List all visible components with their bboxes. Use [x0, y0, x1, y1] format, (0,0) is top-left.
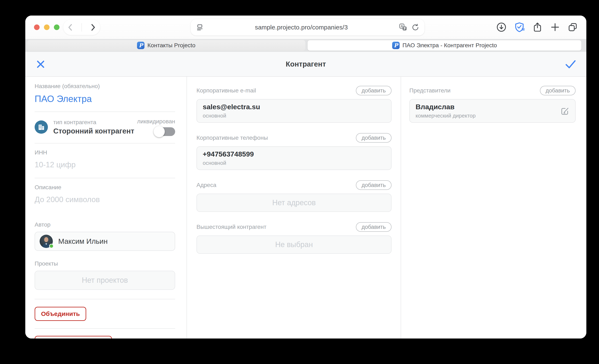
description-section: Описание До 2000 символов [35, 178, 175, 213]
contacts-panel: Корпоративные e-mail добавить sales@elec… [187, 77, 401, 338]
type-value[interactable]: Сторонний контрагент [53, 127, 137, 135]
add-address-button[interactable]: добавить [356, 180, 392, 190]
new-tab-icon[interactable] [550, 22, 560, 32]
confirm-icon[interactable] [565, 59, 576, 69]
phone-kind: основной [203, 160, 385, 166]
sidebar-icon[interactable] [196, 23, 204, 32]
projects-label: Проекты [35, 260, 175, 267]
export-icon[interactable] [164, 337, 175, 338]
left-panel: Название (обязательно) ПАО Электра [25, 77, 186, 338]
author-card[interactable]: Максим Ильин [35, 232, 175, 251]
company-name-field[interactable]: ПАО Электра [35, 94, 175, 104]
toggle-knob [154, 126, 165, 137]
addresses-empty[interactable]: Нет адресов [196, 194, 392, 212]
tab-bar: P Контакты Projecto P ПАО Электра - Конт… [25, 39, 586, 52]
nav-divider [81, 23, 82, 32]
description-label: Описание [35, 184, 175, 191]
representative-item[interactable]: Владислав коммерческий директор [409, 99, 576, 123]
projects-field[interactable]: Нет проектов [35, 271, 175, 290]
browser-window: sample.projecto.pro/companies/3 A M [25, 16, 586, 338]
privacy-shield-icon[interactable]: M [514, 22, 525, 33]
phones-section: Корпоративные телефоны добавить +9475637… [196, 133, 392, 170]
inn-label: ИНН [35, 149, 175, 156]
addresses-section: Адреса добавить Нет адресов [196, 180, 392, 212]
counterparty-form: Название (обязательно) ПАО Электра [25, 77, 586, 338]
add-email-button[interactable]: добавить [356, 86, 392, 95]
forward-icon[interactable] [89, 23, 97, 32]
email-item[interactable]: sales@electra.su основной [196, 99, 392, 123]
liquidated-label: ликвидирован [137, 118, 175, 125]
representatives-section: Представители добавить Владислав коммерч… [409, 86, 576, 123]
tab-contacts[interactable]: P Контакты Projecto [27, 40, 305, 51]
add-phone-button[interactable]: добавить [356, 133, 392, 143]
merge-section: Объединить [35, 299, 175, 328]
add-representative-button[interactable]: добавить [540, 86, 576, 95]
addresses-label: Адреса [196, 182, 216, 188]
tab-label: Контакты Projecto [147, 42, 195, 49]
tab-overview-icon[interactable] [567, 22, 578, 33]
name-label: Название (обязательно) [35, 83, 175, 89]
phone-value: +947563748599 [203, 150, 385, 158]
url-text[interactable]: sample.projecto.pro/companies/3 [204, 24, 399, 31]
company-type-icon [35, 120, 48, 134]
delete-section: Удалить контрагента ID: 3 [35, 328, 175, 338]
author-label: Автор [35, 221, 175, 228]
liquidated-toggle[interactable] [155, 127, 175, 136]
representatives-panel: Представители добавить Владислав коммерч… [401, 77, 586, 338]
nav-buttons [63, 19, 100, 35]
back-icon[interactable] [67, 23, 74, 32]
downloads-icon[interactable] [496, 22, 507, 33]
tab-counterparty[interactable]: P ПАО Электра - Контрагент Projecto [307, 40, 581, 51]
avatar [40, 235, 53, 248]
representatives-label: Представители [409, 87, 451, 94]
description-input[interactable]: До 2000 символов [35, 195, 175, 204]
author-name: Максим Ильин [58, 237, 107, 245]
page-header: Контрагент [25, 52, 586, 77]
type-label: тип контрагента [53, 119, 137, 126]
add-parent-button[interactable]: добавить [356, 222, 392, 232]
address-bar[interactable]: sample.projecto.pro/companies/3 A [191, 19, 424, 36]
parent-counterparty-section: Вышестоящий контрагент добавить Не выбра… [196, 222, 392, 254]
translate-icon[interactable]: A [399, 23, 407, 32]
phone-item[interactable]: +947563748599 основной [196, 146, 392, 170]
share-icon[interactable] [532, 22, 543, 33]
emails-label: Корпоративные e-mail [196, 87, 256, 94]
page-title: Контрагент [286, 60, 326, 68]
minimize-window-button[interactable] [44, 25, 50, 30]
reload-icon[interactable] [411, 23, 420, 32]
representative-role: коммерческий директор [415, 113, 476, 119]
inn-input[interactable]: 10-12 цифр [35, 160, 175, 169]
projecto-favicon: P [137, 42, 144, 49]
svg-text:M: M [522, 27, 525, 32]
parent-label: Вышестоящий контрагент [196, 224, 266, 230]
tab-label: ПАО Электра - Контрагент Projecto [403, 42, 497, 49]
phones-label: Корпоративные телефоны [196, 134, 268, 141]
inn-section: ИНН 10-12 цифр [35, 143, 175, 178]
parent-empty[interactable]: Не выбран [196, 235, 392, 254]
emails-section: Корпоративные e-mail добавить sales@elec… [196, 86, 392, 123]
email-value: sales@electra.su [203, 103, 385, 111]
online-status-dot [49, 244, 54, 248]
traffic-lights [34, 25, 60, 30]
browser-toolbar: sample.projecto.pro/companies/3 A M [25, 16, 586, 39]
edit-icon[interactable] [560, 106, 569, 115]
browser-actions: M [496, 20, 578, 35]
close-icon[interactable] [35, 59, 46, 70]
delete-counterparty-button[interactable]: Удалить контрагента [35, 336, 112, 338]
close-window-button[interactable] [34, 25, 40, 30]
representative-name: Владислав [415, 103, 476, 111]
merge-button[interactable]: Объединить [35, 307, 86, 321]
email-kind: основной [203, 113, 385, 119]
zoom-window-button[interactable] [54, 25, 60, 30]
projecto-favicon: P [392, 42, 400, 49]
type-section: тип контрагента Сторонний контрагент лик… [35, 112, 175, 143]
